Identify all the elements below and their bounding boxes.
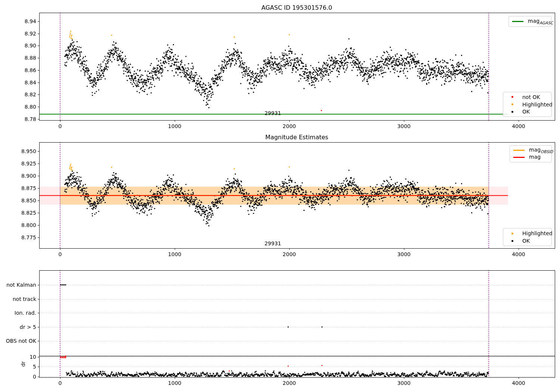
legend-entry: mag: [512, 154, 549, 161]
obsid-annotation-middle: 29931: [264, 241, 281, 246]
plot-title-top: AGASC ID 195301576.0: [261, 5, 332, 11]
legend-label: OK: [522, 238, 530, 244]
y-tick-label: 8.88: [25, 55, 36, 60]
flag-row-label: OBS not OK: [6, 338, 36, 343]
y-tick-label: 8.850: [21, 198, 36, 203]
x-tick-label: 1000: [168, 124, 181, 129]
highlighted-marker: [511, 233, 513, 234]
legend-entry: magAGASC: [511, 18, 549, 25]
legend-entry: not OK: [505, 93, 549, 101]
y-tick-label: 8.94: [25, 19, 36, 24]
y-tick-label: 8.86: [25, 68, 36, 73]
x-tick-label: 4000: [512, 124, 525, 129]
mag-obsid-line-sample: [513, 150, 525, 151]
x-tick-label: 4000: [512, 380, 525, 386]
x-tick-label: 2000: [283, 380, 296, 386]
flag-row-label: Ion. rad.: [15, 310, 36, 315]
mag-agasc-line-sample: [512, 21, 523, 22]
dr-axis-label: dr: [21, 357, 26, 371]
y-tick-label: 8.775: [21, 235, 36, 240]
legend-label: magOBSID: [529, 147, 553, 154]
legend-label: Highlighted: [522, 102, 553, 108]
flag-row-label: not Kalman: [6, 282, 36, 287]
x-tick-label: 3000: [397, 124, 411, 129]
legend-label: OK: [522, 109, 530, 115]
figure: AGASC ID 195301576.0 Magnitude Estimates…: [0, 0, 560, 392]
highlighted-marker: [511, 103, 513, 105]
y-tick-label: 8.900: [21, 173, 36, 178]
flag-row-label: dr > 5: [20, 324, 36, 330]
not-ok-marker: [511, 96, 513, 98]
x-tick-label: 1000: [168, 252, 181, 257]
legend-middle-markers: Highlighted OK: [503, 228, 552, 246]
legend-entry: OK: [505, 237, 549, 245]
legend-label: mag: [529, 154, 541, 161]
legend-label: Highlighted: [522, 230, 553, 236]
y-tick-label: 8.825: [21, 210, 36, 215]
x-tick-label: 3000: [397, 252, 411, 257]
y-tick-label: 8.800: [21, 223, 36, 228]
ok-marker: [511, 111, 513, 113]
flag-row-label: not track: [13, 296, 36, 302]
y-tick-label: 8.875: [21, 186, 36, 191]
legend-label: not OK: [522, 94, 540, 100]
x-tick-label: 0: [58, 380, 62, 386]
legend-mag-agasc: magAGASC: [508, 16, 551, 27]
dr-tick-label: 0: [33, 374, 36, 379]
y-tick-label: 8.92: [25, 31, 36, 36]
ok-marker: [511, 240, 513, 242]
legend-label: magAGASC: [528, 18, 553, 25]
y-tick-label: 8.80: [25, 104, 36, 109]
x-tick-label: 4000: [512, 252, 525, 257]
y-tick-label: 8.950: [21, 149, 36, 154]
legend-entry: magOBSID: [512, 147, 549, 154]
figure-canvas: [0, 0, 560, 392]
x-tick-label: 2000: [283, 252, 296, 257]
x-tick-label: 0: [58, 252, 62, 257]
dr-tick-label: 10: [29, 354, 36, 360]
legend-top-markers: not OK Highlighted OK: [503, 92, 552, 117]
y-tick-label: 8.84: [25, 80, 36, 85]
legend-entry: Highlighted: [505, 101, 549, 108]
plot-title-middle: Magnitude Estimates: [265, 134, 329, 140]
legend-entry: Highlighted: [505, 230, 549, 237]
mag-line-sample: [513, 157, 525, 158]
x-tick-label: 2000: [283, 124, 296, 129]
y-tick-label: 8.925: [21, 161, 36, 166]
y-tick-label: 8.78: [25, 116, 36, 122]
legend-mag-lines: magOBSID mag: [510, 145, 552, 162]
legend-entry: OK: [505, 108, 549, 115]
y-tick-label: 8.90: [25, 43, 36, 48]
y-tick-label: 8.82: [25, 92, 36, 97]
x-tick-label: 0: [58, 124, 62, 129]
x-tick-label: 3000: [397, 380, 411, 386]
dr-tick-label: 5: [33, 364, 36, 369]
x-tick-label: 1000: [168, 380, 181, 386]
obsid-annotation-top: 29931: [264, 111, 281, 116]
